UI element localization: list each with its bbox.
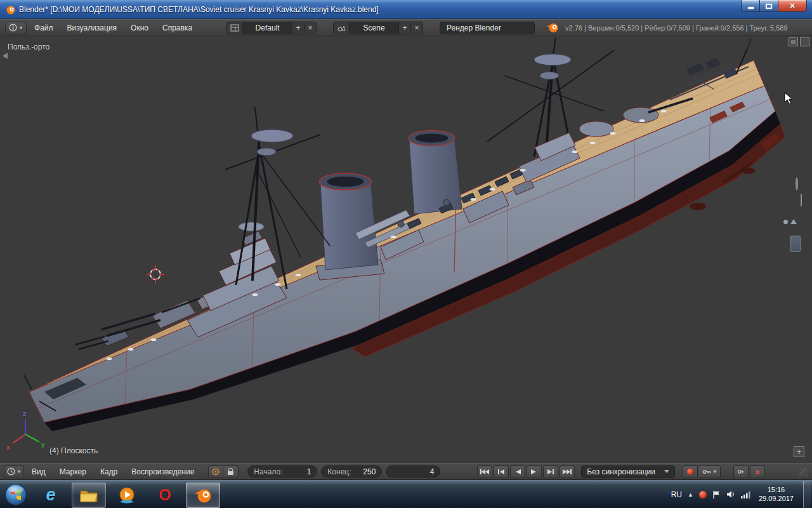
timeline-menu-view[interactable]: Вид: [25, 464, 52, 480]
sync-mode-dropdown[interactable]: Без синхронизации: [581, 465, 675, 478]
frame-start-field[interactable]: Начало: 1: [247, 465, 317, 478]
window-controls: ×: [741, 0, 807, 12]
mouse-cursor: [784, 92, 793, 105]
action-center-flag-icon[interactable]: [712, 490, 721, 499]
keyframe-tools: ×: [733, 465, 765, 478]
menu-file[interactable]: Файл: [28, 20, 60, 36]
close-icon: ×: [790, 1, 795, 11]
taskbar-internet-explorer[interactable]: e: [34, 483, 68, 508]
screen-layout-browse-icon[interactable]: [227, 22, 242, 34]
menu-render[interactable]: Визуализация: [61, 20, 124, 36]
lock-time-toggle[interactable]: [223, 465, 239, 478]
record-icon: [687, 469, 693, 475]
blender-app-icon: [5, 4, 15, 15]
maximize-icon: [766, 4, 772, 9]
clock[interactable]: 15:16 29.09.2017: [759, 486, 794, 504]
panel-tab-handle[interactable]: [790, 236, 801, 255]
timeline-toggles: [208, 465, 239, 478]
system-tray: RU ▲ 15:16 29.09.2017: [671, 481, 812, 508]
viewport-canvas: z y x: [0, 36, 812, 463]
3d-cursor[interactable]: [147, 265, 164, 283]
screen-layout-selector[interactable]: Default + ×: [226, 22, 317, 34]
play-button[interactable]: [527, 465, 542, 478]
frame-end-field[interactable]: Конец: 250: [321, 465, 382, 478]
render-engine-dropdown[interactable]: Рендер Blender: [440, 22, 535, 34]
timeline-editor: Вид Маркер Кадр Воспроизведение Начало: …: [0, 463, 812, 480]
current-frame-field[interactable]: 4: [386, 465, 440, 478]
play-reverse-button[interactable]: [510, 465, 525, 478]
clock-time: 15:16: [759, 486, 794, 495]
network-icon[interactable]: [741, 491, 750, 498]
hidden-icons-button[interactable]: ▲: [688, 491, 693, 498]
next-keyframe-button[interactable]: [543, 465, 558, 478]
timeline-menu-playback[interactable]: Воспроизведение: [125, 464, 200, 480]
blender-info-header: Файл Визуализация Окно Справка Default +…: [0, 19, 812, 36]
show-desktop-button[interactable]: [803, 481, 811, 508]
region-expand-arrow-left[interactable]: [3, 53, 8, 59]
screen-layout-delete-button[interactable]: ×: [304, 22, 316, 34]
current-frame-value: 4: [430, 467, 435, 476]
jump-to-end-button[interactable]: [560, 465, 575, 478]
triangle-icon: [790, 219, 797, 224]
chevron-down-icon: [19, 27, 23, 29]
key-icon: [702, 469, 711, 475]
viewport-widget-circle[interactable]: [796, 178, 798, 190]
previous-keyframe-button[interactable]: [494, 465, 509, 478]
jump-to-start-button[interactable]: [477, 465, 492, 478]
windows-taskbar: e O RU ▲: [0, 480, 812, 508]
preview-range-icon: [212, 468, 219, 476]
editor-type-button[interactable]: [5, 22, 27, 34]
scene-selector[interactable]: Scene + ×: [333, 22, 423, 34]
start-button[interactable]: [0, 481, 32, 508]
timeline-editor-type-button[interactable]: [4, 465, 24, 478]
viewport-3d[interactable]: z y x Польз.-орто (4) Плоскость +: [0, 36, 812, 463]
media-player-icon: [118, 486, 136, 504]
hull-wireframe-lines: [38, 100, 769, 408]
notification-tray-icon[interactable]: [699, 491, 707, 498]
scene-name[interactable]: Scene: [349, 22, 398, 34]
screen-layout-name[interactable]: Default: [242, 22, 292, 34]
clock-date: 29.09.2017: [759, 495, 794, 504]
blender-logo-icon: [546, 22, 559, 33]
viewport-widget-list-icon[interactable]: [801, 195, 802, 206]
taskbar-blender[interactable]: [186, 483, 220, 508]
minimize-button[interactable]: [741, 0, 760, 12]
region-add-button[interactable]: +: [794, 446, 804, 457]
scene-delete-button[interactable]: ×: [410, 22, 422, 34]
minimize-icon: [748, 7, 754, 9]
language-indicator[interactable]: RU: [671, 490, 682, 499]
preview-range-toggle[interactable]: [208, 465, 223, 478]
taskbar-file-explorer[interactable]: [72, 483, 106, 508]
viewport-widget-shapes[interactable]: [783, 215, 797, 227]
close-button[interactable]: ×: [778, 0, 807, 12]
taskbar-opera[interactable]: O: [148, 483, 182, 508]
scene-add-button[interactable]: +: [398, 22, 410, 34]
taskbar-media-player[interactable]: [110, 483, 144, 508]
collapsed-properties-header[interactable]: [787, 37, 809, 49]
ship-model[interactable]: [24, 37, 785, 431]
volume-icon[interactable]: [726, 490, 735, 498]
blender-taskbar-icon: [193, 487, 213, 504]
record-auto-keyframe-button[interactable]: [683, 465, 698, 478]
rear-funnel[interactable]: [409, 131, 462, 215]
scene-statistics: v2.76 | Вершин:0/5,520 | Рёбер:0/7,509 |…: [565, 24, 787, 32]
delete-keyframe-button[interactable]: ×: [750, 465, 765, 478]
resize-grip[interactable]: [799, 468, 808, 477]
ship-hull[interactable]: [29, 86, 775, 422]
keying-set-dropdown[interactable]: [699, 465, 721, 478]
insert-keyframe-button[interactable]: [733, 465, 749, 478]
menu-window[interactable]: Окно: [124, 20, 155, 36]
timeline-menu-marker[interactable]: Маркер: [53, 464, 93, 480]
timeline-menu-frame[interactable]: Кадр: [94, 464, 124, 480]
menu-help[interactable]: Справка: [156, 20, 199, 36]
scene-browse-icon[interactable]: [334, 22, 349, 34]
playback-controls: [477, 465, 575, 478]
lock-icon: [228, 471, 233, 475]
internet-explorer-icon: e: [46, 485, 55, 505]
outliner-panel-icon[interactable]: [800, 37, 809, 46]
screen-layout-add-button[interactable]: +: [292, 22, 304, 34]
properties-panel-icon[interactable]: [789, 37, 798, 46]
key-plus-icon: [737, 469, 745, 475]
maximize-button[interactable]: [760, 0, 778, 12]
window-titlebar[interactable]: Blender* [D:\МОИ МОДЕЛИ\USSA\ТИП СВЕТЛАН…: [0, 0, 812, 19]
